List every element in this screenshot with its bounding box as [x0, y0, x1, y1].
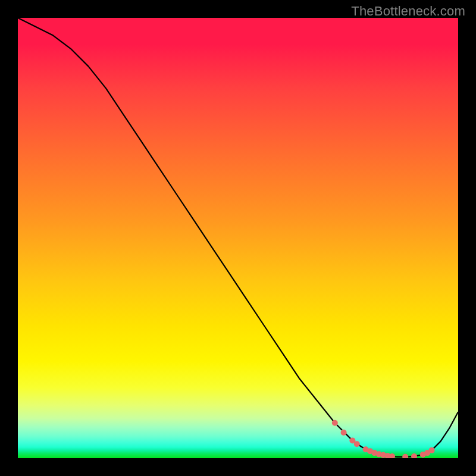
curve-marker: [429, 447, 435, 453]
plot-area: [18, 18, 458, 458]
curve-marker: [402, 454, 408, 458]
watermark-text: TheBottleneck.com: [351, 4, 465, 19]
curve-marker: [341, 430, 347, 436]
curve-markers: [332, 420, 435, 458]
curve-marker: [332, 420, 338, 426]
curve-layer: [18, 18, 458, 458]
bottleneck-curve: [18, 18, 458, 457]
curve-marker: [354, 441, 360, 447]
chart-frame: TheBottleneck.com: [0, 0, 476, 476]
curve-marker: [411, 453, 417, 458]
